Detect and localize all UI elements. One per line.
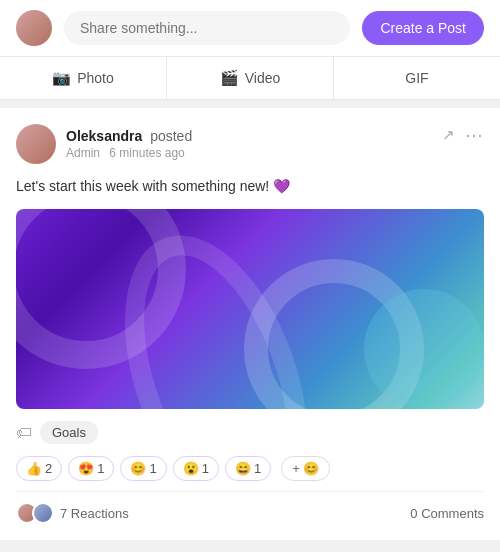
reaction-count-4: 1 [254, 461, 261, 476]
reaction-emoji-3: 😮 [183, 461, 199, 476]
tab-photo-label: Photo [77, 70, 114, 86]
post-footer: 7 Reactions 0 Comments [16, 491, 484, 524]
reaction-emoji-1: 😍 [78, 461, 94, 476]
footer-avatar-2 [32, 502, 54, 524]
reaction-chip-1[interactable]: 😍 1 [68, 456, 114, 481]
reaction-chip-2[interactable]: 😊 1 [120, 456, 166, 481]
tab-gif-label: GIF [405, 70, 428, 86]
add-reaction-button[interactable]: + 😊 [281, 456, 330, 481]
post-card: Oleksandra posted Admin 6 minutes ago ↗ … [0, 108, 500, 540]
post-author-avatar [16, 124, 56, 164]
reaction-emoji-2: 😊 [130, 461, 146, 476]
post-author-line: Oleksandra posted [66, 128, 192, 144]
post-meta: Admin 6 minutes ago [66, 146, 192, 160]
reaction-emoji-4: 😄 [235, 461, 251, 476]
media-tabs: 📷 Photo 🎬 Video GIF [0, 57, 500, 100]
top-bar: Create a Post [0, 0, 500, 57]
tag-icon: 🏷 [16, 424, 32, 442]
reactions-row: 👍 2 😍 1 😊 1 😮 1 😄 1 + 😊 [16, 456, 484, 481]
reaction-count-3: 1 [202, 461, 209, 476]
post-tags: 🏷 Goals [16, 421, 484, 444]
photo-icon: 📷 [52, 69, 71, 87]
tab-photo[interactable]: 📷 Photo [0, 57, 167, 99]
reaction-count-0: 2 [45, 461, 52, 476]
reaction-emoji-0: 👍 [26, 461, 42, 476]
video-icon: 🎬 [220, 69, 239, 87]
reaction-count-2: 1 [149, 461, 156, 476]
tag-chip[interactable]: Goals [40, 421, 98, 444]
reaction-chip-0[interactable]: 👍 2 [16, 456, 62, 481]
decoration-shape-4 [364, 289, 484, 409]
post-header-actions[interactable]: ↗ ⋯ [442, 124, 484, 146]
reaction-chip-4[interactable]: 😄 1 [225, 456, 271, 481]
post-role: Admin [66, 146, 100, 160]
reaction-count-1: 1 [97, 461, 104, 476]
share-input[interactable] [64, 11, 350, 45]
post-action-text: posted [150, 128, 192, 144]
tab-gif[interactable]: GIF [334, 57, 500, 99]
footer-avatars [16, 502, 54, 524]
post-header-left: Oleksandra posted Admin 6 minutes ago [16, 124, 192, 164]
post-user-info: Oleksandra posted Admin 6 minutes ago [66, 128, 192, 160]
post-image-inner [16, 209, 484, 409]
comments-label[interactable]: 0 Comments [410, 506, 484, 521]
top-bar-avatar [16, 10, 52, 46]
post-content: Let's start this week with something new… [16, 176, 484, 197]
post-image [16, 209, 484, 409]
reaction-chip-3[interactable]: 😮 1 [173, 456, 219, 481]
reactions-label: 7 Reactions [60, 506, 129, 521]
tab-video-label: Video [245, 70, 281, 86]
post-author-name: Oleksandra [66, 128, 142, 144]
post-header: Oleksandra posted Admin 6 minutes ago ↗ … [16, 124, 484, 164]
add-reaction-label: + 😊 [292, 461, 319, 476]
tab-video[interactable]: 🎬 Video [167, 57, 334, 99]
more-options-icon[interactable]: ⋯ [465, 124, 484, 146]
share-icon[interactable]: ↗ [442, 126, 455, 144]
create-post-button[interactable]: Create a Post [362, 11, 484, 45]
post-time: 6 minutes ago [109, 146, 184, 160]
avatar-image [16, 10, 52, 46]
footer-left: 7 Reactions [16, 502, 129, 524]
